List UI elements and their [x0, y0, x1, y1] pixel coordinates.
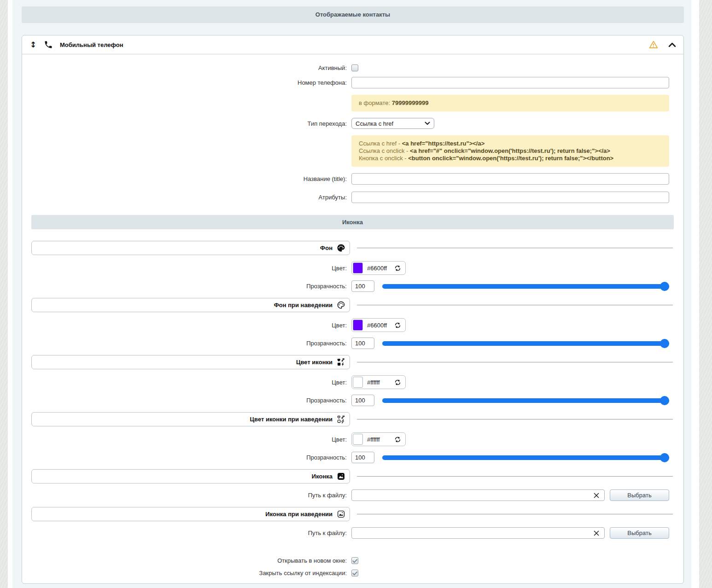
phone-number-label: Номер телефона: — [31, 79, 347, 86]
chevron-down-icon — [425, 122, 430, 125]
file-path-input-icon-hover[interactable] — [351, 527, 605, 539]
group-toggle-icon-color-hover[interactable]: Цвет иконки при наведении — [31, 412, 350, 426]
page-title: Отображаемые контакты — [22, 6, 684, 23]
opacity-label: Прозрачность: — [31, 397, 347, 404]
collapse-chevron-up-icon[interactable] — [667, 41, 677, 49]
noindex-link-label: Закрыть ссылку от индексации: — [31, 570, 347, 576]
image-outline-icon — [337, 510, 345, 518]
transition-type-label: Тип перехода: — [31, 120, 347, 127]
group-toggle-icon-file[interactable]: Иконка — [31, 469, 350, 483]
group-toggle-icon-color[interactable]: Цвет иконки — [31, 355, 350, 369]
open-new-window-label: Открывать в новом окне: — [31, 557, 347, 564]
phone-format-hint: в формате: 79999999999 — [351, 95, 669, 111]
color-hex-value: #6600ff — [367, 265, 390, 272]
slider-thumb[interactable] — [660, 339, 669, 348]
color-picker-icon-color[interactable]: #ffffff — [351, 375, 406, 389]
interests-outline-icon — [337, 415, 345, 424]
color-label: Цвет: — [31, 322, 347, 329]
warning-icon — [649, 40, 658, 49]
title-input[interactable] — [351, 173, 669, 185]
group-divider — [357, 362, 673, 362]
opacity-slider-icon-color[interactable] — [382, 396, 669, 405]
color-swatch — [353, 377, 363, 388]
card-title: Мобильный телефон — [60, 41, 123, 48]
refresh-color-icon[interactable] — [394, 436, 401, 443]
image-filled-icon — [337, 472, 345, 481]
group-divider — [357, 419, 673, 419]
interests-filled-icon — [337, 358, 345, 367]
clear-file-x-icon[interactable] — [592, 529, 601, 537]
color-swatch — [353, 320, 363, 331]
opacity-slider-background[interactable] — [382, 282, 669, 291]
palette-filled-icon — [337, 244, 345, 252]
group-divider — [357, 248, 673, 248]
color-swatch — [353, 262, 363, 274]
group-title: Цвет иконки при наведении — [250, 416, 333, 423]
color-picker-background[interactable]: #6600ff — [351, 261, 406, 275]
opacity-slider-background-hover[interactable] — [382, 339, 669, 348]
page-side-strip-left — [0, 0, 8, 588]
group-title: Цвет иконки — [296, 359, 333, 366]
file-path-label: Путь к файлу: — [31, 492, 347, 499]
phone-icon — [44, 40, 53, 49]
attributes-label: Атрибуты: — [31, 194, 347, 201]
group-toggle-background-hover[interactable]: Фон при наведении — [31, 298, 350, 312]
color-hex-value: #ffffff — [367, 379, 390, 386]
group-toggle-icon-file-hover[interactable]: Иконка при наведении — [31, 507, 350, 521]
palette-outline-icon — [337, 301, 345, 309]
noindex-link-checkbox[interactable] — [351, 570, 358, 576]
phone-number-input[interactable] — [351, 77, 669, 88]
transition-type-value: Ссылка с href — [356, 120, 393, 127]
active-label: Активный: — [31, 64, 347, 71]
color-hex-value: #ffffff — [367, 436, 390, 443]
card-body: Активный: Номер телефона: в формате: 799… — [22, 54, 683, 576]
choose-file-button-icon[interactable]: Выбрать — [610, 489, 669, 501]
refresh-color-icon[interactable] — [394, 265, 401, 272]
open-new-window-checkbox[interactable] — [351, 557, 358, 564]
group-title: Фон — [320, 245, 333, 251]
attributes-input[interactable] — [351, 192, 669, 203]
page-gutter-left — [8, 0, 12, 588]
opacity-slider-icon-color-hover[interactable] — [382, 453, 669, 462]
color-label: Цвет: — [31, 436, 347, 443]
color-label: Цвет: — [31, 379, 347, 386]
group-divider — [357, 476, 673, 477]
opacity-input-icon-color[interactable] — [351, 395, 374, 406]
page-side-strip-right — [699, 0, 712, 588]
clear-file-x-icon[interactable] — [592, 491, 601, 500]
slider-thumb[interactable] — [660, 282, 669, 291]
main-content: Отображаемые контакты ↕ Мобильный телефо… — [22, 6, 684, 584]
color-picker-icon-color-hover[interactable]: #ffffff — [351, 432, 406, 446]
group-toggle-background[interactable]: Фон — [31, 241, 350, 255]
color-label: Цвет: — [31, 265, 347, 272]
slider-thumb[interactable] — [660, 453, 669, 462]
active-checkbox[interactable] — [351, 64, 358, 71]
slider-thumb[interactable] — [660, 396, 669, 405]
group-title: Иконка при наведении — [265, 511, 333, 518]
icon-section-header: Иконка — [31, 215, 674, 229]
title-label: Название (title): — [31, 175, 347, 182]
opacity-input-background-hover[interactable] — [351, 338, 374, 349]
opacity-input-background[interactable] — [351, 280, 374, 292]
opacity-label: Прозрачность: — [31, 340, 347, 347]
page-gutter-right — [691, 0, 699, 588]
file-path-input-icon[interactable] — [351, 489, 605, 501]
transition-type-select[interactable]: Ссылка с href — [351, 118, 434, 129]
opacity-label: Прозрачность: — [31, 454, 347, 461]
color-swatch — [353, 434, 363, 445]
group-title: Иконка — [312, 473, 333, 480]
card-header: ↕ Мобильный телефон — [22, 35, 683, 54]
group-divider — [357, 514, 673, 514]
refresh-color-icon[interactable] — [394, 322, 401, 329]
color-hex-value: #6600ff — [367, 322, 390, 329]
refresh-color-icon[interactable] — [394, 379, 401, 386]
color-picker-background-hover[interactable]: #6600ff — [351, 318, 406, 332]
group-divider — [357, 305, 673, 305]
group-title: Фон при наведении — [274, 302, 333, 309]
opacity-label: Прозрачность: — [31, 283, 347, 290]
choose-file-button-icon-hover[interactable]: Выбрать — [610, 527, 669, 539]
opacity-input-icon-color-hover[interactable] — [351, 452, 374, 463]
drag-handle-icon[interactable]: ↕ — [29, 41, 37, 49]
contact-card-mobile-phone: ↕ Мобильный телефон Активный: Номер теле… — [22, 35, 684, 584]
transition-type-hint: Ссылка с href - <a href="https://test.ru… — [351, 135, 669, 167]
